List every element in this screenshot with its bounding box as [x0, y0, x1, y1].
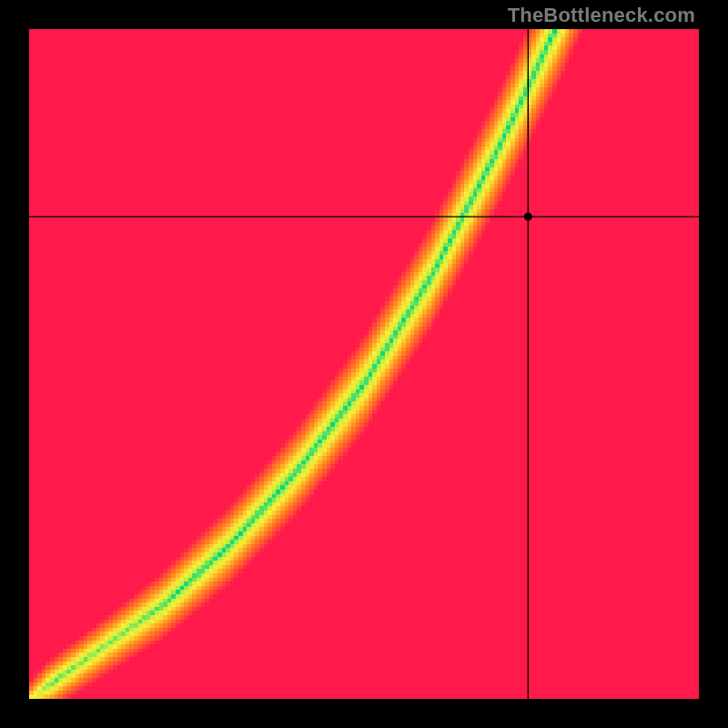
watermark-text: TheBottleneck.com — [508, 4, 695, 27]
bottleneck-heatmap — [29, 29, 699, 699]
